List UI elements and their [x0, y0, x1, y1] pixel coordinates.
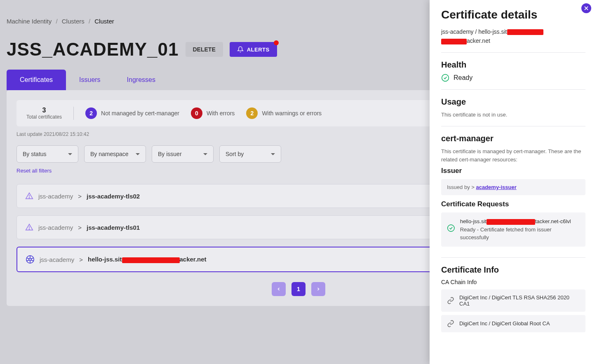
chevron-down-icon	[136, 153, 140, 155]
check-circle-icon	[441, 74, 449, 82]
prev-page-button[interactable]	[272, 282, 286, 296]
page-number-button[interactable]: 1	[291, 282, 306, 296]
breadcrumb-l0[interactable]: Machine Identity	[7, 18, 52, 25]
ca-chain-row: DigiCert Inc / DigiCert TLS RSA SHA256 2…	[441, 289, 585, 312]
usage-text: This certificate is not in use.	[441, 111, 585, 119]
delete-button[interactable]: DELETE	[186, 42, 223, 57]
chevron-right-icon	[316, 287, 321, 292]
breadcrumb-l2: Cluster	[94, 18, 114, 25]
kubernetes-icon	[26, 255, 35, 264]
svg-line-11	[27, 260, 29, 261]
chevron-down-icon	[68, 153, 72, 155]
svg-point-16	[448, 225, 454, 231]
tab-certificates[interactable]: Certificates	[7, 70, 66, 90]
filter-namespace[interactable]: By namespace	[84, 145, 146, 163]
warning-icon	[25, 192, 33, 200]
issuer-subheading: Issuer	[441, 167, 585, 175]
svg-line-10	[31, 260, 33, 261]
stat-warnings[interactable]: 2 With warnings or errors	[246, 107, 322, 119]
chevron-down-icon	[203, 153, 207, 155]
certificate-details-panel: Certificate details jss-academy / hello-…	[430, 0, 597, 364]
warning-icon	[25, 223, 33, 231]
cert-manager-text: This certificate is managed by cert-mana…	[441, 147, 585, 163]
breadcrumb-l1[interactable]: Clusters	[62, 18, 85, 25]
stat-total: 3 Total certificates	[26, 107, 74, 120]
chevron-left-icon	[276, 287, 281, 292]
svg-point-2	[29, 198, 29, 198]
ca-chain-row: DigiCert Inc / DigiCert Global Root CA	[441, 315, 585, 332]
svg-point-4	[29, 229, 29, 229]
issuer-link[interactable]: academy-issuer	[476, 184, 516, 190]
link-icon	[447, 320, 454, 327]
chevron-down-icon	[271, 153, 275, 155]
page-title: JSS_ACADEMY_01	[7, 39, 179, 60]
issuer-box: Issued by > academy-issuer	[441, 179, 585, 195]
tab-issuers[interactable]: Issuers	[66, 70, 114, 90]
filter-issuer[interactable]: By issuer	[152, 145, 214, 163]
alerts-button[interactable]: ALERTS	[230, 42, 277, 57]
panel-path: jss-academy / hello-jss.sit acker.net	[441, 27, 585, 46]
cert-request-box: hello-jss.sittacker.net-c6lvl Ready - Ce…	[441, 212, 585, 247]
close-icon	[583, 5, 589, 11]
breadcrumb: Machine Identity / Clusters / Cluster	[7, 18, 114, 25]
svg-line-9	[27, 258, 29, 259]
filter-status[interactable]: By status	[16, 145, 78, 163]
cert-manager-heading: cert-manager	[441, 134, 585, 143]
tab-ingresses[interactable]: Ingresses	[114, 70, 169, 90]
next-page-button[interactable]	[311, 282, 325, 296]
check-circle-icon	[447, 224, 455, 232]
filter-sort[interactable]: Sort by	[219, 145, 281, 163]
health-status: Ready	[441, 74, 585, 82]
reset-filters-link[interactable]: Reset all filters	[16, 168, 52, 174]
stat-not-managed[interactable]: 2 Not managed by cert-manager	[85, 107, 179, 119]
svg-point-15	[442, 74, 449, 81]
ca-chain-subheading: CA Chain Info	[441, 279, 585, 285]
svg-point-6	[29, 258, 31, 261]
stat-errors[interactable]: 0 With errors	[191, 107, 235, 119]
alert-dot-icon	[274, 40, 279, 45]
cert-info-heading: Certificate Info	[441, 265, 585, 275]
link-icon	[447, 297, 454, 304]
health-heading: Health	[441, 60, 585, 70]
svg-line-12	[31, 258, 33, 259]
panel-title: Certificate details	[441, 8, 585, 21]
close-panel-button[interactable]	[581, 3, 591, 13]
cert-requests-subheading: Certificate Requests	[441, 200, 585, 208]
usage-heading: Usage	[441, 97, 585, 107]
bell-icon	[237, 46, 244, 53]
